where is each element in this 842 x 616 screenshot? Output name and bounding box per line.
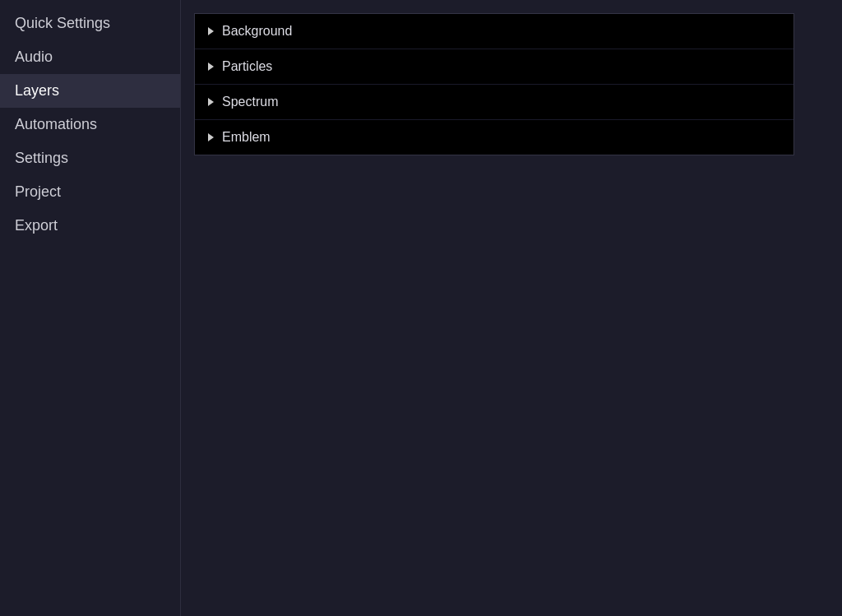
main-content: BackgroundParticlesSpectrumEmblem — [181, 0, 842, 616]
sidebar-item-label-audio: Audio — [15, 49, 53, 66]
app-container: Quick SettingsAudioLayersAutomationsSett… — [0, 0, 842, 616]
sidebar-item-settings[interactable]: Settings — [0, 141, 180, 175]
layer-item-emblem[interactable]: Emblem — [195, 120, 793, 155]
sidebar-item-label-project: Project — [15, 183, 61, 201]
sidebar-item-label-settings: Settings — [15, 150, 68, 167]
chevron-right-icon — [208, 98, 214, 106]
chevron-right-icon — [208, 133, 214, 141]
sidebar-item-export[interactable]: Export — [0, 209, 180, 243]
layer-item-label-background: Background — [222, 24, 292, 39]
layer-item-label-emblem: Emblem — [222, 130, 271, 145]
chevron-right-icon — [208, 27, 214, 35]
layer-item-particles[interactable]: Particles — [195, 49, 793, 85]
layer-item-background[interactable]: Background — [195, 14, 793, 49]
layer-item-spectrum[interactable]: Spectrum — [195, 85, 793, 120]
sidebar-item-label-export: Export — [15, 217, 58, 234]
sidebar-item-label-quick-settings: Quick Settings — [15, 15, 110, 32]
layers-list: BackgroundParticlesSpectrumEmblem — [194, 13, 794, 155]
sidebar-item-project[interactable]: Project — [0, 175, 180, 209]
sidebar-item-label-layers: Layers — [15, 82, 59, 100]
sidebar-item-audio[interactable]: Audio — [0, 40, 180, 74]
layer-item-label-spectrum: Spectrum — [222, 95, 278, 109]
sidebar-item-layers[interactable]: Layers — [0, 74, 180, 108]
chevron-right-icon — [208, 63, 214, 71]
sidebar-item-quick-settings[interactable]: Quick Settings — [0, 7, 180, 40]
layer-item-label-particles: Particles — [222, 59, 272, 74]
sidebar: Quick SettingsAudioLayersAutomationsSett… — [0, 0, 181, 616]
sidebar-item-automations[interactable]: Automations — [0, 108, 180, 141]
sidebar-item-label-automations: Automations — [15, 116, 97, 133]
